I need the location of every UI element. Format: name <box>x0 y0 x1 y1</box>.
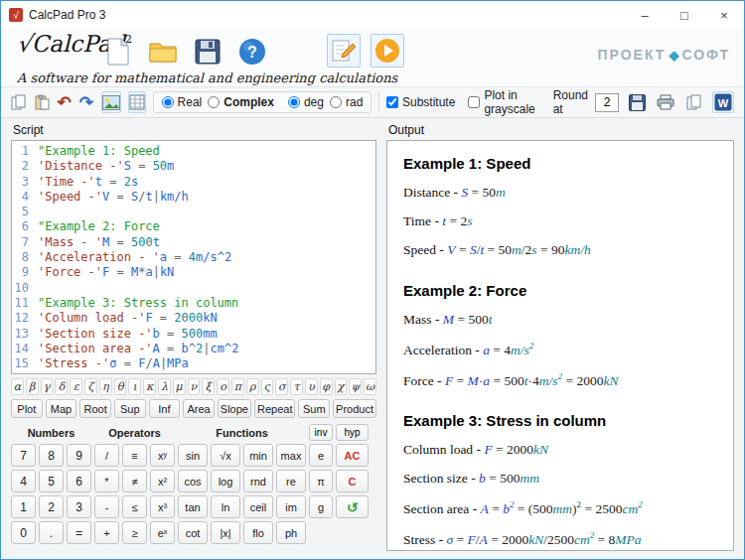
repeat-button[interactable]: Repeat <box>254 399 295 418</box>
script-line[interactable]: 1"Example 1: Speed <box>12 144 375 159</box>
close-button[interactable]: × <box>704 1 744 29</box>
greek-letter-button[interactable]: ι <box>128 378 141 395</box>
complex-radio[interactable] <box>208 96 220 108</box>
rad-radio-label[interactable]: rad <box>330 95 363 109</box>
key-ph-button[interactable]: ph <box>276 521 306 544</box>
key-not-equal-button[interactable]: ≠ <box>122 470 147 492</box>
key-e-button[interactable]: e <box>309 444 333 467</box>
redo-button[interactable]: ↷ <box>78 91 93 113</box>
script-line[interactable]: 9'Force -'F = M*a|kN <box>12 265 375 280</box>
insert-image-button[interactable] <box>101 91 121 113</box>
new-file-button[interactable] <box>102 36 134 68</box>
inv-button[interactable]: inv <box>309 424 333 441</box>
greek-letter-button[interactable]: μ <box>173 378 186 395</box>
greek-letter-button[interactable]: δ <box>55 378 68 395</box>
greek-letter-button[interactable]: ξ <box>202 378 215 395</box>
key-0-button[interactable]: 0 <box>11 521 36 544</box>
edit-mode-button[interactable] <box>327 34 361 68</box>
real-radio-label[interactable]: Real <box>162 95 203 109</box>
key-1-button[interactable]: 1 <box>11 495 36 518</box>
export-word-button[interactable]: W <box>712 91 734 113</box>
greek-letter-button[interactable]: α <box>11 378 24 395</box>
open-file-button[interactable] <box>147 36 179 68</box>
key-x-pow-y-button[interactable]: xʸ <box>150 444 175 467</box>
key-sqrt-button[interactable]: √x <box>211 444 240 467</box>
substitute-checkbox[interactable] <box>386 96 398 108</box>
grayscale-checkbox-label[interactable]: Plot in grayscale <box>468 88 539 116</box>
maximize-button[interactable]: □ <box>665 1 704 29</box>
key-max-button[interactable]: max <box>276 444 306 467</box>
key-7-button[interactable]: 7 <box>11 444 36 467</box>
key-3-button[interactable]: 3 <box>67 495 91 518</box>
output-content[interactable]: Example 1: SpeedDistance - S = 50mTime -… <box>386 140 734 551</box>
script-line[interactable]: 3'Time -'t = 2s <box>12 175 375 190</box>
run-button[interactable] <box>371 34 404 68</box>
greek-letter-button[interactable]: ρ <box>246 378 259 395</box>
key-2-button[interactable]: 2 <box>39 495 64 518</box>
key-abs-button[interactable]: |x| <box>211 521 240 544</box>
greek-letter-button[interactable]: τ <box>290 378 303 395</box>
real-radio[interactable] <box>162 96 174 108</box>
key-backspace-button[interactable]: ↺ <box>336 495 369 518</box>
sum-button[interactable]: Sum <box>298 399 330 418</box>
key-im-button[interactable]: im <box>276 495 306 518</box>
greek-letter-button[interactable]: π <box>231 378 244 395</box>
script-line[interactable]: 15'Stress -'σ = F/A|MPa <box>12 356 375 371</box>
key-clear-button[interactable]: C <box>336 470 369 492</box>
save-file-button[interactable] <box>192 36 224 68</box>
copy-button[interactable] <box>11 91 27 113</box>
key-e-pow-x-button[interactable]: eˣ <box>150 521 175 544</box>
area-button[interactable]: Area <box>183 399 215 418</box>
key-8-button[interactable]: 8 <box>39 444 64 467</box>
greek-letter-button[interactable]: β <box>26 378 39 395</box>
key-x-cubed-button[interactable]: x³ <box>150 495 175 518</box>
script-line[interactable]: 4'Speed -'V = S/t|km/h <box>12 190 375 205</box>
greek-letter-button[interactable]: ω <box>364 378 376 395</box>
key-identical-button[interactable]: ≡ <box>122 444 147 467</box>
greek-letter-button[interactable]: η <box>99 378 112 395</box>
undo-button[interactable]: ↶ <box>57 91 72 113</box>
grayscale-checkbox[interactable] <box>468 96 480 108</box>
script-line[interactable]: 10 <box>12 281 375 296</box>
script-line[interactable]: 13'Section size -'b = 500mm <box>12 327 375 342</box>
substitute-checkbox-label[interactable]: Substitute <box>386 95 455 109</box>
greek-letter-button[interactable]: λ <box>158 378 171 395</box>
key-6-button[interactable]: 6 <box>67 470 91 492</box>
greek-letter-button[interactable]: ψ <box>349 378 362 395</box>
key-ln-button[interactable]: ln <box>211 495 240 518</box>
script-line[interactable]: 8'Acceleration - 'a = 4m/s^2 <box>12 250 375 265</box>
rad-radio[interactable] <box>330 96 342 108</box>
key-tan-button[interactable]: tan <box>178 495 208 518</box>
greek-letter-button[interactable]: γ <box>41 378 54 395</box>
greek-letter-button[interactable]: ε <box>70 378 82 395</box>
key-plus-button[interactable]: + <box>94 521 119 544</box>
print-button[interactable] <box>655 91 676 113</box>
key-minus-button[interactable]: - <box>94 495 119 518</box>
round-input[interactable] <box>595 93 619 112</box>
key-cos-button[interactable]: cos <box>178 470 208 492</box>
map-button[interactable]: Map <box>46 399 77 418</box>
greek-letter-button[interactable]: υ <box>305 378 318 395</box>
key-g-button[interactable]: g <box>309 495 333 518</box>
script-editor[interactable]: 1"Example 1: Speed2'Distance -'S = 50m3'… <box>11 140 376 374</box>
key-equals-button[interactable]: = <box>67 521 91 544</box>
plot-button[interactable]: Plot <box>11 399 43 418</box>
key-rnd-button[interactable]: rnd <box>243 470 273 492</box>
key-4-button[interactable]: 4 <box>11 470 36 492</box>
script-line[interactable]: 6"Example 2: Force <box>12 219 375 234</box>
key-ceil-button[interactable]: ceil <box>243 495 273 518</box>
key-divide-button[interactable]: / <box>94 444 119 467</box>
deg-radio-label[interactable]: deg <box>288 95 324 109</box>
key-5-button[interactable]: 5 <box>39 470 64 492</box>
save-output-button[interactable] <box>626 91 648 113</box>
inf-button[interactable]: Inf <box>149 399 181 418</box>
root-button[interactable]: Root <box>79 399 111 418</box>
help-button[interactable]: ? <box>236 36 268 68</box>
complex-radio-label[interactable]: Complex <box>208 95 274 109</box>
key-x-squared-button[interactable]: x² <box>150 470 175 492</box>
script-line[interactable]: 14'Section area -'A = b^2|cm^2 <box>12 342 375 356</box>
script-line[interactable]: 7'Mass - 'M = 500t <box>12 235 375 250</box>
script-line[interactable]: 11"Example 3: Stress in column <box>12 296 375 311</box>
greek-letter-button[interactable]: φ <box>320 378 333 395</box>
script-line[interactable]: 12'Column load -'F = 2000kN <box>12 311 375 326</box>
